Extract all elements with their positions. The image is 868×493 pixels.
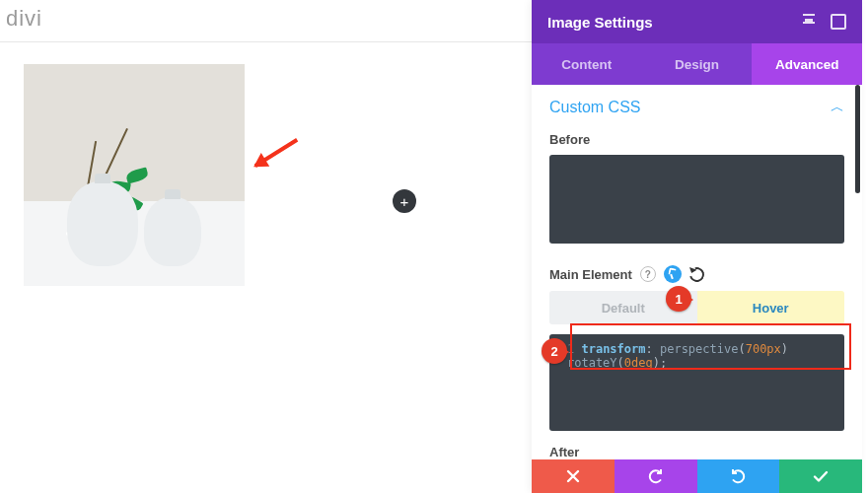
annotation-arrow — [254, 138, 299, 168]
annotation-callout-1: 1 — [666, 286, 691, 312]
redo-icon — [730, 468, 746, 484]
action-bar — [532, 459, 862, 493]
section-toggle[interactable]: Custom CSS ︿ — [549, 99, 844, 116]
before-label: Before — [549, 132, 844, 147]
check-icon — [813, 468, 829, 484]
hover-toggle-icon[interactable] — [664, 265, 682, 283]
panel-scrollbar[interactable] — [855, 85, 860, 193]
settings-panel: Image Settings Content Design Advanced C… — [532, 0, 862, 493]
divider — [0, 41, 534, 42]
add-module-button[interactable]: + — [393, 189, 416, 213]
section-title: Custom CSS — [549, 99, 640, 116]
brand-text: divi — [0, 0, 534, 41]
plus-icon: + — [400, 193, 409, 210]
cancel-button[interactable] — [532, 459, 615, 493]
tab-content[interactable]: Content — [532, 43, 642, 85]
annotation-callout-2: 2 — [542, 338, 567, 364]
decorative-vases — [24, 181, 245, 266]
panel-title: Image Settings — [547, 14, 653, 31]
tab-advanced[interactable]: Advanced — [752, 43, 862, 85]
undo-icon — [648, 468, 664, 484]
help-icon[interactable]: ? — [640, 266, 656, 282]
chevron-up-icon: ︿ — [831, 99, 844, 116]
undo-button[interactable] — [615, 459, 697, 493]
main-css-input[interactable]: 1 transform: perspective(700px)rotateY(0… — [549, 334, 844, 431]
after-label: After — [549, 445, 844, 459]
panel-body: Custom CSS ︿ Before Main Element ? Defau… — [532, 85, 862, 459]
before-css-input[interactable] — [549, 155, 844, 244]
editor-canvas: divi + — [0, 0, 534, 493]
content-area: + — [0, 64, 534, 286]
reset-icon[interactable] — [687, 264, 706, 284]
panel-tabs: Content Design Advanced — [532, 43, 862, 85]
expand-icon[interactable] — [803, 14, 815, 24]
snap-icon[interactable] — [831, 14, 846, 30]
main-element-label-row: Main Element ? — [549, 265, 844, 283]
save-button[interactable] — [779, 459, 862, 493]
main-css-wrap: 1 transform: perspective(700px)rotateY(0… — [549, 334, 844, 431]
image-module[interactable] — [24, 64, 245, 286]
tab-design[interactable]: Design — [642, 43, 753, 85]
state-tab-hover[interactable]: Hover — [697, 291, 845, 324]
redo-button[interactable] — [697, 459, 780, 493]
close-icon — [565, 468, 581, 484]
panel-header: Image Settings — [532, 0, 862, 43]
main-element-label: Main Element — [549, 267, 632, 282]
